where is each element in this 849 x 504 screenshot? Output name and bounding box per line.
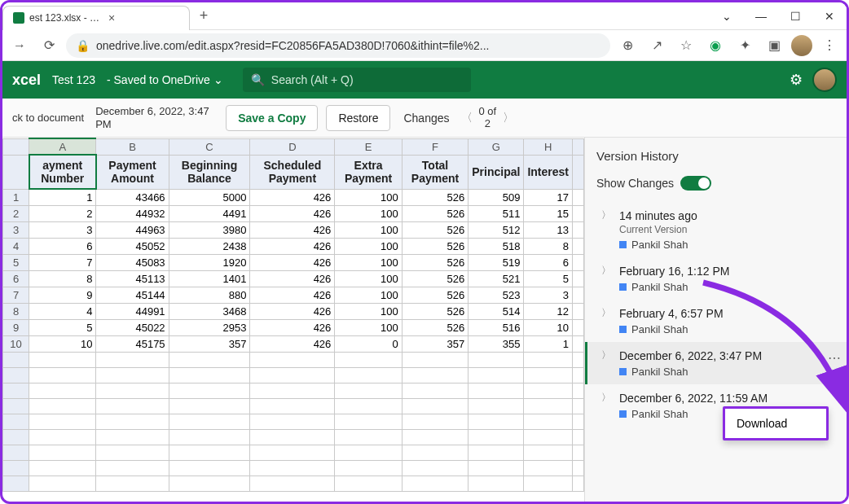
cell[interactable]: 523 <box>468 287 524 303</box>
cell[interactable]: 7 <box>29 254 96 270</box>
cell[interactable]: 5 <box>524 270 573 287</box>
cell[interactable] <box>169 383 250 398</box>
kebab-icon[interactable]: ⋮ <box>817 33 842 58</box>
cell[interactable] <box>96 460 169 476</box>
cell[interactable]: 880 <box>169 287 250 303</box>
cell[interactable]: 8 <box>524 238 573 254</box>
cell[interactable]: 10 <box>524 319 573 335</box>
cell[interactable] <box>524 383 573 398</box>
new-tab-button[interactable]: + <box>193 6 214 27</box>
cell[interactable] <box>468 476 524 491</box>
toggle-switch[interactable] <box>680 176 711 191</box>
cell[interactable]: 100 <box>335 254 402 270</box>
version-item[interactable]: 〉February 16, 1:12 PMPankil Shah <box>596 257 835 300</box>
cell[interactable]: 17 <box>524 189 573 205</box>
cell[interactable] <box>250 414 335 429</box>
cell[interactable]: 2 <box>29 205 96 221</box>
cell[interactable] <box>96 352 169 367</box>
cell[interactable]: 355 <box>468 335 524 352</box>
cell[interactable] <box>335 352 402 367</box>
cell[interactable] <box>402 383 468 398</box>
cell[interactable] <box>524 352 573 367</box>
cell[interactable] <box>250 460 335 476</box>
cell[interactable] <box>96 445 169 460</box>
cell[interactable] <box>468 383 524 398</box>
cell[interactable]: 509 <box>468 189 524 205</box>
user-avatar[interactable] <box>812 68 837 92</box>
cell[interactable]: 357 <box>169 335 250 352</box>
table-header-cell[interactable]: Extra Payment <box>335 155 402 189</box>
zoom-icon[interactable]: ⊕ <box>615 33 640 58</box>
next-change-icon[interactable]: 〉 <box>499 111 517 125</box>
row-header[interactable]: 5 <box>3 254 29 270</box>
restore-button[interactable]: Restore <box>326 105 390 131</box>
cell[interactable]: 426 <box>250 270 335 287</box>
cell[interactable]: 45144 <box>96 287 169 303</box>
cell[interactable]: 1920 <box>169 254 250 270</box>
puzzle-icon[interactable]: ✦ <box>732 33 757 58</box>
cell[interactable] <box>402 429 468 445</box>
download-menu-item[interactable]: Download <box>723 406 829 440</box>
cell[interactable] <box>169 429 250 445</box>
cell[interactable] <box>250 476 335 491</box>
cell[interactable]: 518 <box>468 238 524 254</box>
column-header[interactable]: E <box>335 138 402 155</box>
cell[interactable] <box>29 476 96 491</box>
cell[interactable] <box>169 398 250 414</box>
cell[interactable]: 3 <box>524 287 573 303</box>
cell[interactable] <box>96 476 169 491</box>
cell[interactable] <box>402 367 468 383</box>
cell[interactable] <box>524 414 573 429</box>
cell[interactable]: 426 <box>250 303 335 319</box>
cell[interactable] <box>524 460 573 476</box>
row-header[interactable]: 3 <box>3 221 29 238</box>
cell[interactable] <box>169 476 250 491</box>
cell[interactable] <box>468 398 524 414</box>
cell[interactable] <box>335 414 402 429</box>
cell[interactable] <box>468 367 524 383</box>
cell[interactable]: 3 <box>29 221 96 238</box>
column-header[interactable]: A <box>29 138 96 155</box>
cell[interactable]: 13 <box>524 221 573 238</box>
cell[interactable] <box>402 445 468 460</box>
cell[interactable]: 4 <box>29 303 96 319</box>
cell[interactable] <box>96 429 169 445</box>
cell[interactable]: 2438 <box>169 238 250 254</box>
cell[interactable] <box>29 383 96 398</box>
cell[interactable]: 426 <box>250 238 335 254</box>
row-header[interactable] <box>3 155 29 189</box>
cell[interactable]: 45083 <box>96 254 169 270</box>
cell[interactable]: 512 <box>468 221 524 238</box>
cell[interactable] <box>402 460 468 476</box>
cell[interactable] <box>29 398 96 414</box>
cell[interactable]: 516 <box>468 319 524 335</box>
column-header[interactable]: H <box>524 138 573 155</box>
cell[interactable]: 1 <box>29 189 96 205</box>
cell[interactable]: 100 <box>335 221 402 238</box>
cell[interactable]: 12 <box>524 303 573 319</box>
url-input[interactable]: 🔒 onedrive.live.com/edit.aspx?resid=FC20… <box>66 33 610 58</box>
cell[interactable] <box>335 445 402 460</box>
cell[interactable]: 45175 <box>96 335 169 352</box>
row-header[interactable]: 1 <box>3 189 29 205</box>
cell[interactable]: 4491 <box>169 205 250 221</box>
cell[interactable]: 526 <box>402 205 468 221</box>
cell[interactable]: 1401 <box>169 270 250 287</box>
forward-icon[interactable]: → <box>7 33 32 58</box>
cell[interactable]: 526 <box>402 303 468 319</box>
cell[interactable]: 1 <box>524 335 573 352</box>
cell[interactable] <box>169 460 250 476</box>
star-icon[interactable]: ☆ <box>674 33 698 58</box>
cell[interactable] <box>96 383 169 398</box>
row-header[interactable]: 7 <box>3 287 29 303</box>
version-item[interactable]: 〉February 4, 6:57 PMPankil Shah <box>596 300 835 342</box>
version-item[interactable]: 〉14 minutes agoCurrent VersionPankil Sha… <box>596 202 835 257</box>
document-name[interactable]: Test 123 <box>52 73 95 86</box>
maximize-icon[interactable]: ☐ <box>778 4 812 28</box>
cell[interactable]: 8 <box>29 270 96 287</box>
cell[interactable] <box>468 460 524 476</box>
cell[interactable] <box>524 476 573 491</box>
column-header[interactable]: F <box>402 138 468 155</box>
cell[interactable] <box>29 367 96 383</box>
cell[interactable]: 519 <box>468 254 524 270</box>
